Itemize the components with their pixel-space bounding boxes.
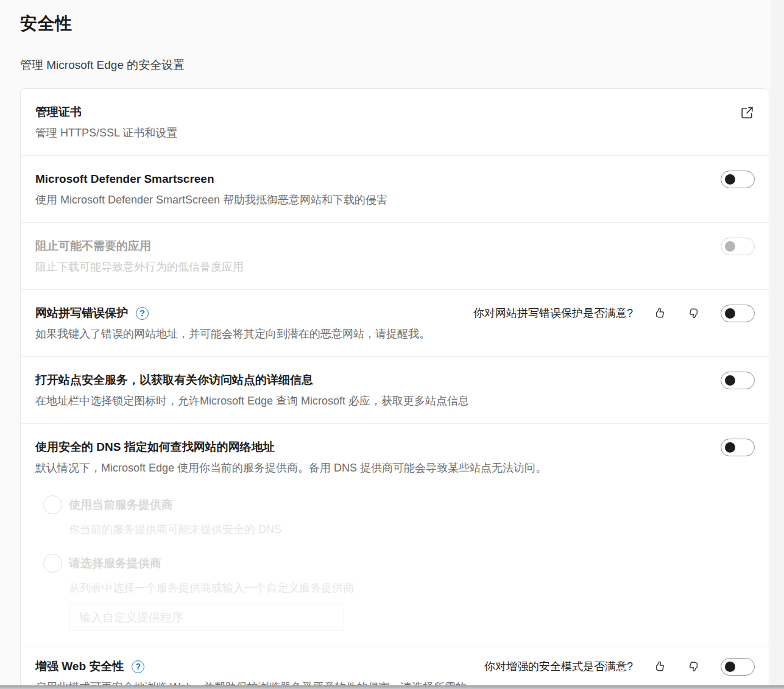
toggle-knob — [725, 375, 735, 386]
thumbs-up-icon[interactable] — [652, 659, 667, 674]
open-in-new-icon[interactable] — [740, 105, 755, 120]
thumbs-down-icon[interactable] — [687, 306, 701, 320]
radio-texts: 使用当前服务提供商 你当前的服务提供商可能未提供安全的 DNS — [69, 495, 281, 537]
toggle-knob — [725, 442, 735, 453]
help-icon[interactable]: ? — [132, 660, 144, 673]
secure-dns-toggle[interactable] — [721, 439, 755, 456]
row-text: 增强 Web 安全性 ? 启用此模式可更安全地浏览 Web，并帮助保护浏览器免受… — [35, 659, 470, 689]
block-unwanted-apps-toggle — [721, 238, 755, 255]
site-safety-services-desc: 在地址栏中选择锁定图标时，允许Microsoft Edge 查询 Microso… — [35, 394, 706, 409]
defender-smartscreen-title: Microsoft Defender Smartscreen — [35, 171, 706, 187]
row-text: 打开站点安全服务，以获取有关你访问站点的详细信息 在地址栏中选择锁定图标时，允许… — [35, 372, 706, 409]
row-secure-dns: 使用安全的 DNS 指定如何查找网站的网络地址 默认情况下，Microsoft … — [21, 424, 769, 646]
toggle-knob — [725, 174, 735, 185]
radio-texts: 请选择服务提供商 从列表中选择一个服务提供商或输入一个自定义服务提供商 — [69, 554, 354, 596]
row-block-unwanted-apps: 阻止可能不需要的应用 阻止下载可能导致意外行为的低信誉度应用 — [21, 223, 769, 290]
manage-certificates-desc: 管理 HTTPS/SSL 证书和设置 — [35, 125, 725, 141]
enhanced-security-title-line: 增强 Web 安全性 ? — [35, 659, 470, 674]
radio-option-choose-provider: 请选择服务提供商 从列表中选择一个服务提供商或输入一个自定义服务提供商 — [43, 554, 706, 596]
toggle-knob — [725, 241, 735, 252]
enhanced-security-title: 增强 Web 安全性 — [35, 659, 124, 674]
page-header: 安全性 管理 Microsoft Edge 的安全设置 — [0, 0, 784, 73]
radio-choose-provider-label: 请选择服务提供商 — [69, 554, 354, 573]
typo-protection-desc: 如果我键入了错误的网站地址，并可能会将其定向到潜在的恶意网站，请提醒我。 — [35, 327, 459, 342]
enhanced-security-toggle[interactable] — [721, 658, 755, 676]
row-defender-smartscreen: Microsoft Defender Smartscreen 使用 Micros… — [21, 156, 769, 223]
row-typo-protection: 网站拼写错误保护 ? 如果我键入了错误的网站地址，并可能会将其定向到潜在的恶意网… — [21, 290, 769, 357]
radio-choose-provider-desc: 从列表中选择一个服务提供商或输入一个自定义服务提供商 — [69, 581, 354, 596]
typo-protection-title-line: 网站拼写错误保护 ? — [35, 305, 459, 321]
defender-smartscreen-toggle[interactable] — [721, 171, 755, 188]
row-site-safety-services: 打开站点安全服务，以获取有关你访问站点的详细信息 在地址栏中选择锁定图标时，允许… — [21, 357, 769, 424]
row-text: 阻止可能不需要的应用 阻止下载可能导致意外行为的低信誉度应用 — [35, 238, 706, 275]
typo-protection-toggle[interactable] — [721, 305, 755, 322]
radio-option-current-provider: 使用当前服务提供商 你当前的服务提供商可能未提供安全的 DNS — [43, 495, 706, 537]
page-right-gutter — [771, 0, 784, 689]
page-title: 安全性 — [20, 12, 760, 35]
site-safety-services-toggle[interactable] — [721, 372, 755, 389]
thumbs-down-icon[interactable] — [687, 659, 701, 674]
help-icon[interactable]: ? — [136, 307, 149, 320]
radio-current-provider — [43, 495, 62, 514]
row-enhanced-security: 增强 Web 安全性 ? 启用此模式可更安全地浏览 Web，并帮助保护浏览器免受… — [21, 646, 769, 689]
window-bottom-edge — [0, 685, 784, 689]
custom-dns-provider-input — [69, 604, 344, 631]
security-settings-card: 管理证书 管理 HTTPS/SSL 证书和设置 Microsoft Defend… — [20, 88, 769, 689]
toggle-knob — [725, 662, 735, 672]
site-safety-services-title: 打开站点安全服务，以获取有关你访问站点的详细信息 — [35, 372, 706, 388]
row-text: 管理证书 管理 HTTPS/SSL 证书和设置 — [35, 104, 725, 141]
secure-dns-desc: 默认情况下，Microsoft Edge 使用你当前的服务提供商。备用 DNS … — [35, 461, 706, 476]
row-text: 使用安全的 DNS 指定如何查找网站的网络地址 默认情况下，Microsoft … — [35, 439, 706, 631]
defender-smartscreen-desc: 使用 Microsoft Defender SmartScreen 帮助我抵御恶… — [35, 193, 706, 208]
row-text: Microsoft Defender Smartscreen 使用 Micros… — [35, 171, 706, 208]
radio-current-provider-desc: 你当前的服务提供商可能未提供安全的 DNS — [69, 522, 281, 537]
typo-protection-title: 网站拼写错误保护 — [35, 305, 128, 321]
block-unwanted-apps-title: 阻止可能不需要的应用 — [35, 238, 706, 254]
manage-certificates-title: 管理证书 — [35, 104, 725, 120]
radio-current-provider-label: 使用当前服务提供商 — [69, 495, 281, 514]
secure-dns-title: 使用安全的 DNS 指定如何查找网站的网络地址 — [35, 439, 706, 455]
toggle-knob — [725, 308, 735, 319]
thumbs-up-icon[interactable] — [652, 306, 667, 320]
page-subtitle: 管理 Microsoft Edge 的安全设置 — [20, 57, 760, 73]
row-manage-certificates[interactable]: 管理证书 管理 HTTPS/SSL 证书和设置 — [21, 89, 769, 156]
row-text: 网站拼写错误保护 ? 如果我键入了错误的网站地址，并可能会将其定向到潜在的恶意网… — [35, 305, 459, 342]
radio-choose-provider — [43, 554, 62, 573]
secure-dns-options: 使用当前服务提供商 你当前的服务提供商可能未提供安全的 DNS 请选择服务提供商… — [43, 495, 706, 631]
block-unwanted-apps-desc: 阻止下载可能导致意外行为的低信誉度应用 — [35, 260, 706, 275]
enhanced-security-feedback-label: 你对增强的安全模式是否满意? — [484, 659, 633, 674]
typo-protection-feedback-label: 你对网站拼写错误保护是否满意? — [473, 306, 633, 320]
